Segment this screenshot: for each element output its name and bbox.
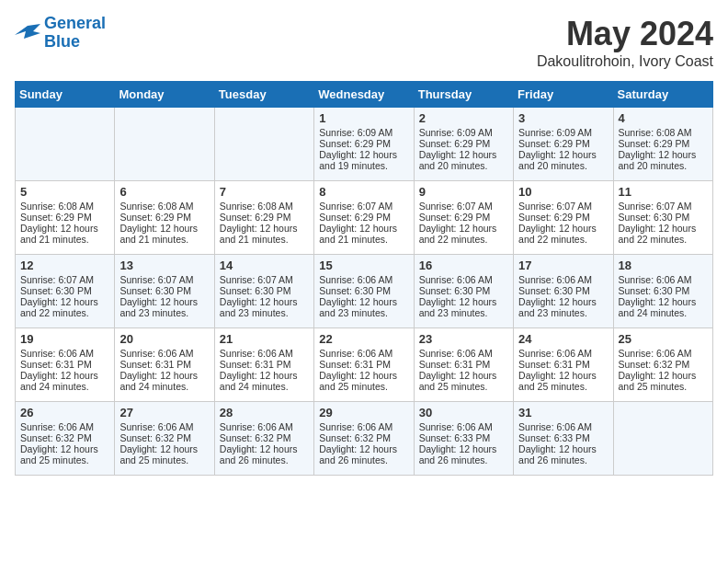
day-number: 6 bbox=[119, 185, 209, 199]
col-sunday: Sunday bbox=[16, 82, 115, 108]
sunset: Sunset: 6:31 PM bbox=[20, 359, 92, 370]
sunset: Sunset: 6:29 PM bbox=[518, 212, 590, 223]
daylight: Daylight: 12 hours and 22 minutes. bbox=[518, 223, 597, 245]
calendar-cell: 17 Sunrise: 6:06 AM Sunset: 6:30 PM Dayl… bbox=[514, 255, 613, 328]
month-title: May 2024 bbox=[537, 15, 713, 53]
calendar-cell: 12 Sunrise: 6:07 AM Sunset: 6:30 PM Dayl… bbox=[16, 255, 115, 328]
calendar-cell: 23 Sunrise: 6:06 AM Sunset: 6:31 PM Dayl… bbox=[414, 328, 513, 402]
sunset: Sunset: 6:31 PM bbox=[319, 359, 391, 370]
sunset: Sunset: 6:29 PM bbox=[419, 138, 491, 149]
sunrise: Sunrise: 6:06 AM bbox=[220, 348, 293, 359]
day-number: 7 bbox=[220, 185, 309, 199]
day-number: 21 bbox=[220, 332, 309, 346]
sunset: Sunset: 6:29 PM bbox=[619, 138, 690, 149]
daylight: Daylight: 12 hours and 23 minutes. bbox=[119, 296, 198, 318]
sunset: Sunset: 6:31 PM bbox=[419, 359, 491, 370]
sunset: Sunset: 6:32 PM bbox=[319, 432, 391, 443]
day-number: 26 bbox=[20, 406, 109, 419]
sunrise: Sunrise: 6:07 AM bbox=[319, 201, 392, 212]
calendar-cell: 30 Sunrise: 6:06 AM Sunset: 6:33 PM Dayl… bbox=[414, 402, 513, 476]
calendar-cell: 11 Sunrise: 6:07 AM Sunset: 6:30 PM Dayl… bbox=[613, 181, 712, 255]
calendar-cell bbox=[115, 108, 214, 181]
sunrise: Sunrise: 6:07 AM bbox=[518, 201, 592, 212]
week-row-4: 19 Sunrise: 6:06 AM Sunset: 6:31 PM Dayl… bbox=[16, 328, 713, 402]
calendar-cell: 8 Sunrise: 6:07 AM Sunset: 6:29 PM Dayli… bbox=[314, 181, 414, 255]
sunset: Sunset: 6:32 PM bbox=[119, 432, 191, 443]
sunset: Sunset: 6:30 PM bbox=[119, 285, 191, 296]
calendar-cell bbox=[214, 108, 313, 181]
day-number: 11 bbox=[619, 185, 708, 199]
sunrise: Sunrise: 6:06 AM bbox=[220, 421, 293, 432]
col-monday: Monday bbox=[115, 82, 214, 108]
daylight: Daylight: 12 hours and 21 minutes. bbox=[20, 223, 98, 245]
sunset: Sunset: 6:29 PM bbox=[319, 212, 391, 223]
day-number: 29 bbox=[319, 406, 408, 419]
logo-line2: Blue bbox=[44, 32, 80, 51]
daylight: Daylight: 12 hours and 25 minutes. bbox=[119, 443, 198, 465]
daylight: Daylight: 12 hours and 25 minutes. bbox=[20, 443, 98, 465]
sunset: Sunset: 6:29 PM bbox=[20, 212, 92, 223]
sunset: Sunset: 6:31 PM bbox=[518, 359, 590, 370]
location: Dakoulitrohoin, Ivory Coast bbox=[537, 53, 713, 70]
day-number: 12 bbox=[20, 259, 109, 272]
daylight: Daylight: 12 hours and 21 minutes. bbox=[119, 223, 198, 245]
sunset: Sunset: 6:30 PM bbox=[419, 285, 491, 296]
daylight: Daylight: 12 hours and 25 minutes. bbox=[518, 370, 597, 392]
sunset: Sunset: 6:33 PM bbox=[518, 432, 590, 443]
calendar-cell: 29 Sunrise: 6:06 AM Sunset: 6:32 PM Dayl… bbox=[314, 402, 414, 476]
day-number: 15 bbox=[319, 259, 408, 272]
col-friday: Friday bbox=[514, 82, 613, 108]
sunrise: Sunrise: 6:08 AM bbox=[20, 201, 94, 212]
daylight: Daylight: 12 hours and 26 minutes. bbox=[220, 443, 298, 465]
sunset: Sunset: 6:31 PM bbox=[220, 359, 291, 370]
day-number: 10 bbox=[518, 185, 608, 199]
calendar-cell: 27 Sunrise: 6:06 AM Sunset: 6:32 PM Dayl… bbox=[115, 402, 214, 476]
day-number: 17 bbox=[518, 259, 608, 272]
sunset: Sunset: 6:30 PM bbox=[619, 285, 690, 296]
sunset: Sunset: 6:33 PM bbox=[419, 432, 491, 443]
sunrise: Sunrise: 6:08 AM bbox=[220, 201, 293, 212]
sunrise: Sunrise: 6:06 AM bbox=[518, 348, 592, 359]
sunrise: Sunrise: 6:06 AM bbox=[20, 348, 94, 359]
sunrise: Sunrise: 6:06 AM bbox=[319, 348, 392, 359]
daylight: Daylight: 12 hours and 20 minutes. bbox=[419, 149, 497, 171]
sunrise: Sunrise: 6:06 AM bbox=[518, 274, 592, 285]
day-number: 4 bbox=[619, 111, 708, 125]
calendar-cell: 6 Sunrise: 6:08 AM Sunset: 6:29 PM Dayli… bbox=[115, 181, 214, 255]
sunrise: Sunrise: 6:08 AM bbox=[119, 201, 193, 212]
logo-line1: General bbox=[44, 14, 106, 32]
daylight: Daylight: 12 hours and 23 minutes. bbox=[319, 296, 397, 318]
day-number: 9 bbox=[419, 185, 508, 199]
sunrise: Sunrise: 6:06 AM bbox=[619, 348, 692, 359]
sunrise: Sunrise: 6:07 AM bbox=[119, 274, 193, 285]
sunset: Sunset: 6:31 PM bbox=[119, 359, 191, 370]
calendar-cell bbox=[613, 402, 712, 476]
sunrise: Sunrise: 6:07 AM bbox=[419, 201, 493, 212]
day-number: 31 bbox=[518, 406, 608, 419]
sunrise: Sunrise: 6:07 AM bbox=[220, 274, 293, 285]
day-number: 28 bbox=[220, 406, 309, 419]
daylight: Daylight: 12 hours and 22 minutes. bbox=[20, 296, 98, 318]
calendar-cell: 28 Sunrise: 6:06 AM Sunset: 6:32 PM Dayl… bbox=[214, 402, 313, 476]
daylight: Daylight: 12 hours and 23 minutes. bbox=[419, 296, 497, 318]
calendar-cell: 4 Sunrise: 6:08 AM Sunset: 6:29 PM Dayli… bbox=[613, 108, 712, 181]
calendar-cell: 20 Sunrise: 6:06 AM Sunset: 6:31 PM Dayl… bbox=[115, 328, 214, 402]
calendar-table: Sunday Monday Tuesday Wednesday Thursday… bbox=[15, 81, 713, 476]
calendar-cell: 25 Sunrise: 6:06 AM Sunset: 6:32 PM Dayl… bbox=[613, 328, 712, 402]
daylight: Daylight: 12 hours and 24 minutes. bbox=[220, 370, 298, 392]
calendar-cell: 10 Sunrise: 6:07 AM Sunset: 6:29 PM Dayl… bbox=[514, 181, 613, 255]
daylight: Daylight: 12 hours and 25 minutes. bbox=[619, 370, 697, 392]
title-block: May 2024 Dakoulitrohoin, Ivory Coast bbox=[537, 15, 713, 70]
day-number: 14 bbox=[220, 259, 309, 272]
sunset: Sunset: 6:29 PM bbox=[220, 212, 291, 223]
day-number: 8 bbox=[319, 185, 408, 199]
calendar-cell: 9 Sunrise: 6:07 AM Sunset: 6:29 PM Dayli… bbox=[414, 181, 513, 255]
sunrise: Sunrise: 6:06 AM bbox=[518, 421, 592, 432]
sunrise: Sunrise: 6:07 AM bbox=[619, 201, 692, 212]
sunset: Sunset: 6:30 PM bbox=[518, 285, 590, 296]
sunrise: Sunrise: 6:06 AM bbox=[319, 274, 392, 285]
sunrise: Sunrise: 6:06 AM bbox=[419, 348, 493, 359]
sunrise: Sunrise: 6:09 AM bbox=[319, 127, 392, 138]
calendar-cell: 18 Sunrise: 6:06 AM Sunset: 6:30 PM Dayl… bbox=[613, 255, 712, 328]
col-saturday: Saturday bbox=[613, 82, 712, 108]
